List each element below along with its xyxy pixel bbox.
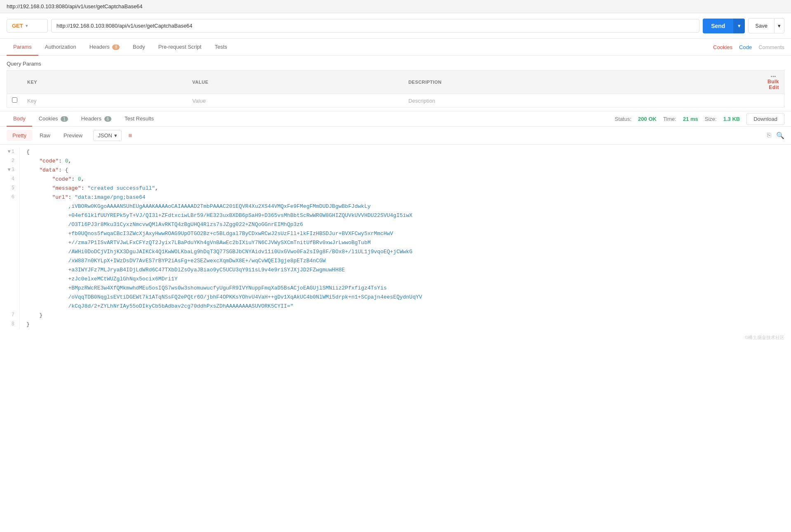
json-line: +04ef6lklfUUYREPk5yT+VJ/QI3l+ZFdtxciwLBr… [0, 212, 791, 221]
line-content: "message": "created successfull", [20, 184, 791, 193]
json-line: /xW887n0KYLpX+IWzDsDV7AvES7rBYP2iAsFg+e2… [0, 257, 791, 266]
line-number: 6 [0, 193, 20, 202]
tab-response-body[interactable]: Body [7, 111, 32, 127]
line-content: /kCqJ8d/2+ZYLhNrIAy55oDIkyCb5bAdbav2cg70… [20, 302, 791, 311]
watermark: ©稀土掘金技术社区 [0, 333, 791, 342]
value-cell[interactable]: Value [187, 94, 403, 108]
json-line: +a3IWYJFz7MLJryaB4IDjLdWRd6C47TXbDlZsOya… [0, 266, 791, 275]
bulk-edit-link[interactable]: Bulk Edit [767, 79, 779, 90]
method-select[interactable]: GET ▾ [7, 19, 48, 33]
tab-cookies[interactable]: Cookies 1 [32, 111, 75, 127]
line-content: } [20, 311, 791, 320]
line-number [0, 248, 20, 257]
format-tabs: Pretty Raw Preview JSON ▾ ≡ ⎘ 🔍 [0, 127, 791, 145]
line-content: "data": { [20, 166, 791, 175]
tab-body[interactable]: Body [126, 39, 152, 56]
params-table: KEY VALUE DESCRIPTION ••• Bulk Edit Key … [7, 70, 784, 108]
time-value: 21 ms [683, 116, 698, 122]
tab-response-headers[interactable]: Headers 6 [75, 111, 118, 127]
search-icon[interactable]: 🔍 [776, 132, 784, 139]
line-content: { [20, 148, 791, 157]
json-type-select[interactable]: JSON ▾ [93, 130, 122, 141]
url-bar-section: GET ▾ Send ▾ Save ▾ [0, 13, 791, 39]
code-link[interactable]: Code [739, 44, 752, 50]
method-label: GET [12, 23, 23, 29]
save-dropdown-button[interactable]: ▾ [775, 18, 784, 33]
headers-badge: 8 [112, 45, 120, 50]
tab-headers[interactable]: Headers 8 [83, 39, 126, 56]
row-checkbox[interactable] [7, 94, 23, 108]
chevron-down-icon: ▾ [26, 24, 28, 28]
line-number [0, 221, 20, 230]
json-line: 8 } [0, 320, 791, 330]
tab-pre-request-script[interactable]: Pre-request Script [152, 39, 208, 56]
line-content: } [20, 320, 791, 330]
description-cell[interactable]: Description [403, 94, 763, 108]
line-content: "code": 0, [20, 157, 791, 166]
line-content: /AWHi0DoDCjVIhjKX3DguJAIKCk4Q1KwWOLKbaLg… [20, 248, 791, 257]
filter-icon[interactable]: ≡ [128, 132, 132, 139]
tab-test-results[interactable]: Test Results [118, 111, 160, 127]
row-actions [763, 94, 784, 108]
json-line: 4 "code": 0, [0, 175, 791, 184]
description-col-header: DESCRIPTION [403, 71, 763, 94]
status-label: Status: [615, 116, 631, 122]
comments-link[interactable]: Comments [758, 44, 784, 50]
line-content: /oVqqTDB0NqglsEVtiDGEWt7k1ATqNSsFQ2ePQtr… [20, 293, 791, 302]
save-btn-group: Save ▾ [748, 18, 784, 33]
send-button[interactable]: Send [703, 19, 733, 33]
line-number [0, 293, 20, 302]
line-number [0, 230, 20, 239]
more-icon[interactable]: ••• [771, 74, 776, 79]
json-label: JSON [98, 132, 112, 139]
response-tabs-bar: Body Cookies 1 Headers 6 Test Results St… [0, 111, 791, 127]
line-number: 2 [0, 157, 20, 166]
right-links: Cookies Code Comments [713, 44, 784, 50]
line-content: +BMpzRWcRE3w4XfQMkmwhdMEu5osIQS7ws0w3sho… [20, 284, 791, 293]
cookies-link[interactable]: Cookies [713, 44, 732, 50]
line-content: ,iVBORw0KGgoAAAANSUhEUgAAAKAAAAoCAIAAAAD… [20, 202, 791, 212]
key-cell[interactable]: Key [22, 94, 187, 108]
line-number: 8 [0, 320, 20, 330]
format-tab-preview[interactable]: Preview [58, 130, 88, 141]
checkbox-col-header [7, 71, 23, 94]
json-line: 5 "message": "created successfull", [0, 184, 791, 193]
download-button[interactable]: Download [746, 113, 784, 125]
send-btn-group: Send ▾ [703, 19, 745, 33]
tab-tests[interactable]: Tests [208, 39, 233, 56]
format-tab-pretty[interactable]: Pretty [7, 130, 32, 141]
line-number: 5 [0, 184, 20, 193]
watermark-text: ©稀土掘金技术社区 [745, 335, 784, 340]
line-number [0, 202, 20, 212]
json-line: ▼3 "data": { [0, 166, 791, 175]
line-number: ▼3 [0, 166, 20, 175]
size-value: 1.3 KB [723, 116, 740, 122]
page-title: http://192.168.0.103:8080/api/v1/user/ge… [7, 3, 143, 9]
table-row: Key Value Description [7, 94, 784, 108]
title-bar: http://192.168.0.103:8080/api/v1/user/ge… [0, 0, 791, 13]
query-params-section: Query Params KEY VALUE DESCRIPTION ••• B… [0, 56, 791, 108]
tab-params[interactable]: Params [7, 39, 38, 56]
line-content: +04ef6lklfUUYREPk5yT+VJ/QI3l+ZFdtxciwLBr… [20, 212, 791, 221]
json-chevron-icon: ▾ [114, 132, 117, 139]
json-line: 7 } [0, 311, 791, 320]
line-content: "url": "data:image/png;base64 [20, 193, 791, 202]
json-line: /oVqqTDB0NqglsEVtiDGEWt7k1ATqNSsFQ2ePQtr… [0, 293, 791, 302]
line-number [0, 266, 20, 275]
json-line: ,iVBORw0KGgoAAAANSUhEUgAAAKAAAAoCAIAAAAD… [0, 202, 791, 212]
time-label: Time: [663, 116, 676, 122]
json-line: /O3Tl6PJ3r8Mku31CyxzNmcvwQMlAvRKTQ4zBgUH… [0, 221, 791, 230]
line-number [0, 284, 20, 293]
json-body: ▼1 { 2 "code": 0, ▼3 "data": { 4 "code":… [0, 145, 791, 333]
json-line: +//zma7P1ISvARTVJwLFxCFYzQT2Jyix7LBaPduY… [0, 239, 791, 248]
copy-icon[interactable]: ⎘ [767, 132, 771, 139]
format-tab-raw[interactable]: Raw [34, 130, 56, 141]
json-line: /AWHi0DoDCjVIhjKX3DguJAIKCk4Q1KwWOLKbaLg… [0, 248, 791, 257]
send-dropdown-button[interactable]: ▾ [733, 19, 745, 33]
line-content: /xW887n0KYLpX+IWzDsDV7AvES7rBYP2iAsFg+e2… [20, 257, 791, 266]
url-input[interactable] [51, 19, 699, 33]
line-number [0, 275, 20, 284]
save-button[interactable]: Save [748, 18, 775, 33]
tab-authorization[interactable]: Authorization [38, 39, 83, 56]
row-checkbox-input[interactable] [12, 97, 17, 103]
